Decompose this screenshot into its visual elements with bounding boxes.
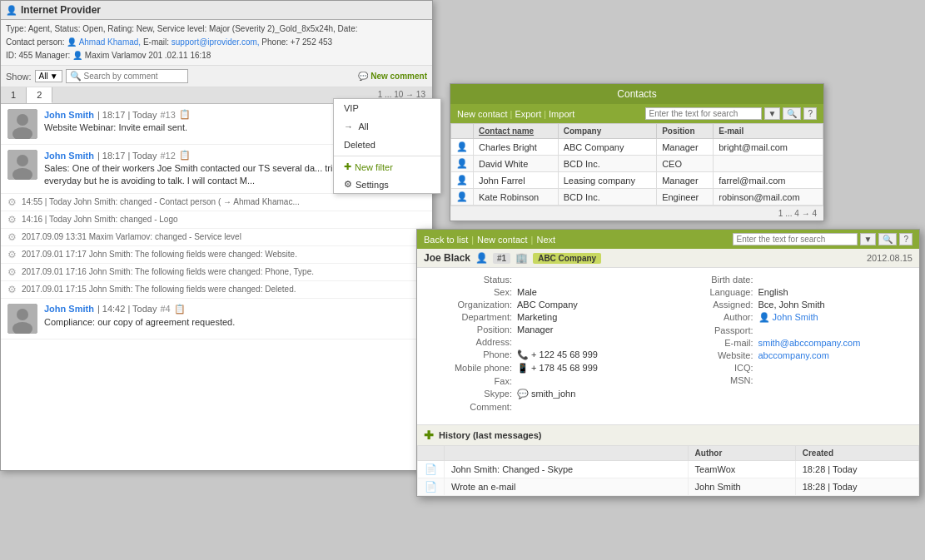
contact-company: Leasing company <box>558 172 656 189</box>
author-link[interactable]: John Smith <box>773 312 818 322</box>
next-link[interactable]: Next <box>536 235 555 245</box>
dropdown-new-filter[interactable]: ✚ New filter <box>334 158 440 176</box>
field-msn: MSN: <box>675 375 903 385</box>
copy-icon[interactable]: 📋 <box>179 150 191 161</box>
dropdown-item-deleted[interactable]: Deleted <box>334 136 440 154</box>
comment-search-box[interactable]: 🔍 <box>66 69 188 83</box>
copy-icon[interactable]: 📋 <box>174 304 186 315</box>
back-to-list-link[interactable]: Back to list <box>424 235 468 245</box>
col-email[interactable]: E-mail <box>714 124 823 139</box>
contacts-search-input[interactable] <box>645 107 762 120</box>
contact-detail-toolbar: Back to list | New contact | Next ▼ 🔍 ? <box>417 230 919 249</box>
detail-filter-icon[interactable]: ▼ <box>860 233 877 245</box>
contact-name[interactable]: John Farrel <box>474 172 559 189</box>
plus-icon: ✚ <box>344 161 351 172</box>
detail-help-icon[interactable]: ? <box>899 233 913 245</box>
contact-name[interactable]: Charles Bright <box>474 139 559 156</box>
show-dropdown[interactable]: All ▼ <box>35 70 62 82</box>
ticket-window: 👤 Internet Provider Type: Agent, Status:… <box>0 0 433 471</box>
contact-person-link[interactable]: Ahmad Khamad, <box>79 37 142 47</box>
hist-author: TeamWox <box>688 461 795 478</box>
table-row[interactable]: 👤 David White BCD Inc. CEO <box>451 156 823 172</box>
sex-value: Male <box>517 287 662 297</box>
language-value: English <box>758 287 903 297</box>
detail-new-contact-link[interactable]: New contact <box>477 235 528 245</box>
detail-building-icon: 🏢 <box>515 252 528 264</box>
detail-actions: Back to list | New contact | Next <box>424 235 555 245</box>
dept-value: Marketing <box>517 312 662 322</box>
filter-icon-btn[interactable]: ▼ <box>764 107 781 120</box>
field-birthdate: Birth date: <box>675 275 903 285</box>
dropdown-item-all[interactable]: → All <box>334 117 440 136</box>
contact-position: Manager <box>657 172 714 189</box>
import-link[interactable]: Import <box>549 109 574 119</box>
msg-author[interactable]: John Smith <box>44 110 94 120</box>
msn-label: MSN: <box>675 375 758 385</box>
show-filter: Show: All ▼ 🔍 <box>6 69 188 83</box>
dropdown-settings[interactable]: ⚙ Settings <box>334 176 440 193</box>
field-dept: Department: Marketing <box>434 312 662 322</box>
ticket-tab-1[interactable]: 1 <box>1 87 27 103</box>
support-email-link[interactable]: support@iprovider.com, <box>172 37 260 47</box>
row-icon: 👤 <box>451 156 474 172</box>
gear-icon: ⚙ <box>7 196 17 208</box>
copy-icon[interactable]: 📋 <box>179 109 191 120</box>
detail-search: ▼ 🔍 ? <box>733 233 913 245</box>
address-label: Address: <box>434 337 517 347</box>
meta-phone: Phone: +7 252 453 <box>261 37 332 47</box>
export-link[interactable]: Export <box>515 109 541 119</box>
website-link[interactable]: abccompany.com <box>758 350 829 360</box>
sys-event-text: 2017.09.01 17:16 John Smith: The followi… <box>22 267 314 276</box>
gear-icon: ⚙ <box>7 266 17 278</box>
ticket-tab-2[interactable]: 2 <box>27 87 52 103</box>
sys-event-text: 14:16 | Today John Smith: changed - Logo <box>22 215 178 224</box>
detail-search-input[interactable] <box>733 233 858 245</box>
contact-position: Manager <box>657 139 714 156</box>
ticket-header: 👤 Internet Provider <box>1 1 432 20</box>
new-contact-link[interactable]: New contact <box>457 109 508 119</box>
col-company[interactable]: Company <box>558 124 656 139</box>
meta-manager-date: .02.11 16:18 <box>165 51 211 60</box>
history-row[interactable]: 📄 Wrote an e-mail John Smith 18:28 | Tod… <box>418 478 919 496</box>
history-row[interactable]: 📄 John Smith: Changed - Skype TeamWox 18… <box>418 461 919 478</box>
message-text: Compliance: our copy of agreement reques… <box>44 316 425 329</box>
message-content: John Smith | 14:42 | Today #4 📋 Complian… <box>44 304 425 329</box>
msg-author[interactable]: John Smith <box>44 151 94 161</box>
language-label: Language: <box>675 287 758 297</box>
contact-email <box>714 156 823 172</box>
field-phone: Phone: 📞 + 122 45 68 999 <box>434 349 662 360</box>
comment-search-input[interactable] <box>84 72 184 81</box>
meta-service: Service level: Major (Severity 2)_Gold_8… <box>157 24 336 33</box>
detail-date: 2012.08.15 <box>867 253 913 263</box>
doc-icon: 📄 <box>425 463 437 475</box>
table-row[interactable]: 👤 Charles Bright ABC Company Manager bri… <box>451 139 823 156</box>
table-row[interactable]: 👤 Kate Robinson BCD Inc. Engineer robins… <box>451 189 823 206</box>
new-comment-button[interactable]: 💬 New comment <box>358 72 427 81</box>
field-status: Status: <box>434 275 662 285</box>
msg-author[interactable]: John Smith <box>44 304 94 314</box>
tab1-label: 1 <box>11 90 16 100</box>
email-label: E-mail: <box>675 338 758 348</box>
hist-col-created: Created <box>795 446 918 461</box>
col-name[interactable]: Contact name <box>474 124 559 139</box>
website-value: abccompany.com <box>758 350 903 360</box>
contact-detail-name: Joe Black 👤 #1 🏢 ABC Company <box>424 252 601 264</box>
search-icon: 🔍 <box>70 71 82 82</box>
contact-company-badge[interactable]: ABC Company <box>533 253 601 264</box>
contact-name[interactable]: Kate Robinson <box>474 189 559 206</box>
search-icon-btn[interactable]: 🔍 <box>783 107 801 120</box>
help-icon-btn[interactable]: ? <box>803 107 817 120</box>
sex-label: Sex: <box>434 287 517 297</box>
detail-search-icon[interactable]: 🔍 <box>878 233 897 245</box>
comment-icon: 💬 <box>358 72 368 81</box>
table-row[interactable]: 👤 John Farrel Leasing company Manager fa… <box>451 172 823 189</box>
contact-name[interactable]: David White <box>474 156 559 172</box>
meta-manager-label: Manager: <box>35 51 70 60</box>
email-link[interactable]: smith@abccompany.com <box>758 338 861 348</box>
birthdate-label: Birth date: <box>675 275 758 285</box>
dropdown-arrow-icon: ▼ <box>50 72 58 81</box>
dropdown-item-vip[interactable]: VIP <box>334 99 440 117</box>
hist-row-icon: 📄 <box>418 478 445 496</box>
col-position[interactable]: Position <box>657 124 714 139</box>
meta-type: Type: Agent, <box>6 24 52 33</box>
